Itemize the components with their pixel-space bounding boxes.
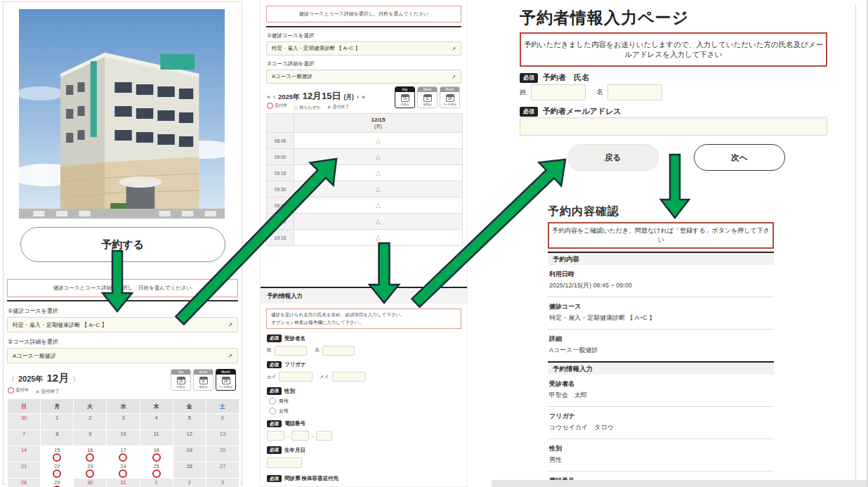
back-button[interactable]: 戻る [567,144,659,171]
booker-name-inputs: 姓 名 [520,84,662,100]
course-detail-select[interactable]: Aコース一般健診 ↗ [266,70,461,84]
view-tab-label: Month [216,370,235,375]
view-day-button[interactable]: Day15日表示 [395,86,415,108]
weekday-header: 水 [107,399,140,414]
calendar-day-cell[interactable]: 15 [41,446,74,462]
calendar-day-cell[interactable]: 22 [41,462,74,479]
day-number: 22 [41,463,73,469]
course-detail-select[interactable]: Aコース一般健診 ↗ [7,348,238,363]
page-title: 予約者情報入力ページ [520,7,689,29]
view-month-button[interactable]: Month281ヶ月表示 [216,369,236,391]
slot-cell-few-left[interactable]: △ [294,133,463,149]
day-number: 1 [140,479,173,486]
mei-kana-input[interactable] [332,372,366,382]
legend-label: 受付中 [275,103,287,109]
field-gender-label: 性別 [284,388,295,395]
confirm-notice: 予約内容をご確認いただき、問題なければ「登録する」ボタンを押して下さい [548,222,774,249]
available-circle-icon [86,469,94,478]
sei-kana-input[interactable] [279,372,313,382]
next-button[interactable]: 次へ [694,144,785,171]
phone-input-3[interactable] [316,431,332,441]
course-select-label: ①健診コースを選択 [8,307,237,315]
view-tab-label: Month [440,87,459,92]
course-select[interactable]: 特定・雇入・定期健康診断 【 A~C 】 ↗ [266,41,461,56]
day-number: 7 [8,431,40,437]
calendar-day-cell: 12 [173,430,206,446]
calendar-day-cell[interactable]: 17 [107,446,140,462]
reserve-button[interactable]: 予約する [20,227,225,262]
course-select[interactable]: 特定・雇入・定期健康診断 【 A~C 】 ↗ [7,317,238,332]
calendar-day-cell: 2 [74,414,107,430]
first-day-button[interactable]: « [267,93,270,100]
required-badge: 必須 [267,387,282,395]
slot-cell-few-left[interactable]: △ [294,197,463,214]
view-switch-group: Day15日表示Week11週表示Month281ヶ月表示 [395,86,460,108]
booker-notice: 予約いただきました内容をお送りいたしますので、入力していただいた方の氏名及びメー… [520,32,827,67]
calendar-icon-number: 11 [202,380,205,384]
required-badge: 必須 [267,420,282,428]
calendar-day-cell[interactable]: 16 [74,446,107,462]
calendar-day-cell[interactable]: 24 [107,462,140,479]
calendar-icon: 11 [423,94,432,102]
view-month-button[interactable]: Month281ヶ月表示 [440,86,460,108]
view-label: 1ヶ月表示 [217,385,234,389]
calendar-day-cell: 30 [74,479,107,487]
gender-female-option[interactable]: 女性 [269,408,459,415]
sei-input[interactable] [275,346,307,356]
view-week-button[interactable]: Week11週表示 [193,369,213,391]
building-illustration [19,9,225,219]
calendar-icon-number: 11 [426,98,429,102]
last-day-button[interactable]: » [362,93,365,100]
calendar-week-row: 21222324252627 [8,462,239,479]
booker-sei-input[interactable] [531,84,586,100]
day-number: 20 [206,447,239,453]
x-icon: ✕ [36,389,40,394]
slot-cell-few-left[interactable]: △ [294,149,463,165]
phone-input-2[interactable] [291,431,309,441]
next-month-button[interactable]: 〉 [72,375,79,384]
mei-input[interactable] [322,346,355,356]
clinic-building-photo [19,9,225,219]
slot-cell-few-left[interactable]: △ [294,230,463,246]
birth-input[interactable] [267,457,302,468]
slot-cell-few-left[interactable]: △ [294,165,463,181]
slot-cell-few-left[interactable]: △ [294,181,463,197]
slot-cell-few-left[interactable]: △ [294,214,463,230]
view-label: 日表示 [396,103,413,107]
day-number: 3 [107,415,139,421]
view-tab-label: Day [395,87,414,92]
calendar-day-cell[interactable]: 23 [74,462,107,479]
calendar-day-cell[interactable]: 18 [140,446,173,462]
day-number: 13 [206,431,239,437]
prev-month-button[interactable]: 〈 [8,375,15,384]
calendar-icon: 28 [446,94,454,102]
next-day-button[interactable]: › [357,93,359,100]
view-day-button[interactable]: Day15日表示 [171,369,191,391]
booker-email-input[interactable] [520,117,827,136]
booker-mei-input[interactable] [607,84,662,100]
required-badge: 必須 [520,73,538,83]
confirm-section-header: 予約内容 [548,252,774,265]
expand-icon: ↗ [228,322,232,328]
phone-input-1[interactable] [267,431,284,441]
legend-item: △残りわずか [294,105,321,111]
calendar-day-cell: 6 [206,414,239,430]
calendar-day-cell[interactable]: 25 [140,462,173,479]
kana-inputs-row: セイ メイ [267,372,461,382]
gender-male-option[interactable]: 男性 [269,398,459,405]
calendar-icon-number: 15 [179,380,183,384]
view-week-button[interactable]: Week11週表示 [417,86,438,108]
calendar-day-cell: 30 [8,414,41,430]
prev-day-button[interactable]: ‹ [273,93,275,100]
day-number: 19 [173,447,206,453]
calendar-week-row: 30123456 [8,414,239,430]
view-label: 週表示 [195,385,211,389]
calendar-day-cell: 27 [206,462,239,479]
legend-item: 受付中 [8,387,29,394]
name-inputs-row: 姓 名 [267,346,461,356]
confirm-row-value: コウセイカイ タロウ [549,423,772,432]
calendar-day-cell[interactable]: 29 [41,479,74,487]
page-right-border [855,4,856,480]
view-label: 日表示 [172,385,189,389]
view-label: 週表示 [419,103,435,107]
